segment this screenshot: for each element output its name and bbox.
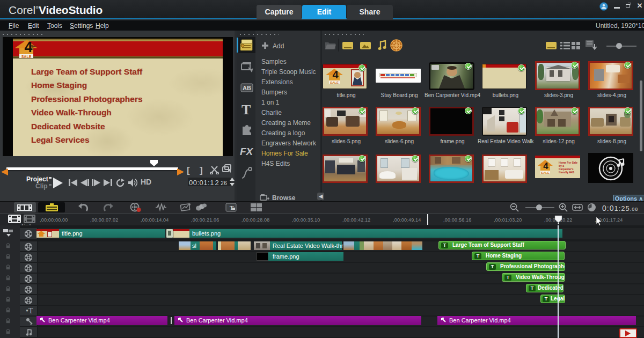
svg-text:4: 4 bbox=[24, 39, 32, 55]
svg-text:SALE: SALE bbox=[21, 55, 32, 58]
svg-text:SALE: SALE bbox=[330, 81, 339, 84]
svg-text:4: 4 bbox=[543, 161, 548, 171]
svg-text:4: 4 bbox=[332, 69, 339, 80]
svg-text:AB: AB bbox=[243, 85, 251, 91]
svg-text:SALE: SALE bbox=[541, 171, 550, 174]
